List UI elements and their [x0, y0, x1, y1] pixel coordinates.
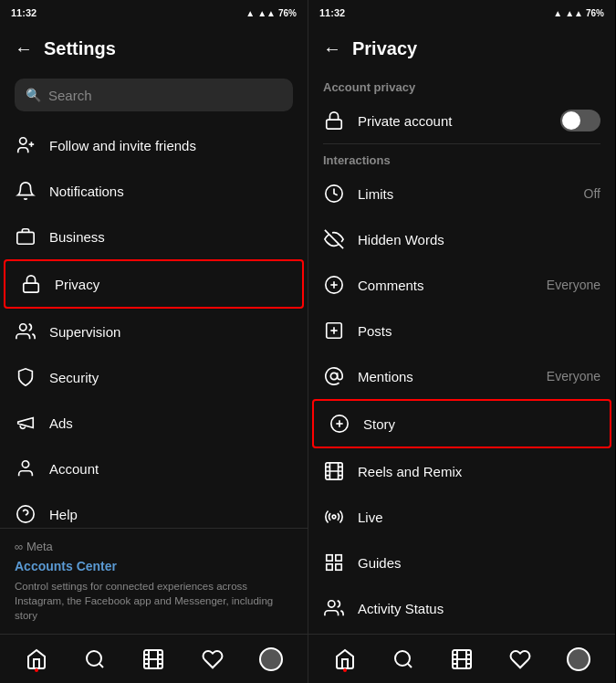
interactions-section-label: Interactions: [308, 144, 615, 171]
back-button-right[interactable]: ←: [323, 38, 341, 59]
svg-point-34: [329, 601, 335, 607]
privacy-header: ← Privacy: [308, 26, 615, 71]
menu-item-mentions[interactable]: Mentions Everyone: [308, 353, 615, 399]
mentions-label: Mentions: [358, 369, 534, 384]
menu-item-guides[interactable]: Guides: [308, 540, 615, 585]
guides-icon: [323, 552, 345, 573]
account-icon: [15, 457, 37, 479]
menu-item-account[interactable]: Account: [0, 446, 308, 491]
status-time-left: 11:32: [11, 7, 37, 18]
account-privacy-section-label: Account privacy: [308, 71, 615, 98]
menu-item-posts[interactable]: Posts: [308, 308, 615, 353]
nav-search-right[interactable]: [387, 643, 420, 676]
settings-header: ← Settings: [0, 26, 308, 71]
signal-icon: ▲▲: [257, 8, 276, 18]
account-label: Account: [49, 461, 293, 477]
nav-search-left[interactable]: [78, 643, 111, 676]
nav-heart-left[interactable]: [196, 643, 229, 676]
svg-rect-30: [327, 555, 332, 561]
mentions-value: Everyone: [547, 369, 600, 384]
svg-rect-33: [336, 564, 341, 570]
hidden-words-label: Hidden Words: [358, 232, 600, 247]
back-button-left[interactable]: ←: [15, 38, 33, 59]
svg-line-36: [408, 663, 412, 667]
lock-icon: [20, 273, 42, 295]
story-label: Story: [363, 416, 595, 432]
menu-item-limits[interactable]: Limits Off: [308, 171, 615, 216]
nav-profile-right[interactable]: [562, 643, 595, 676]
menu-item-security[interactable]: Security: [0, 354, 308, 400]
svg-point-29: [332, 515, 336, 519]
home-dot-right: [343, 668, 347, 672]
signal-icon-right: ▲▲: [565, 8, 583, 18]
svg-rect-32: [327, 564, 332, 570]
menu-item-private-account[interactable]: Private account: [308, 98, 615, 143]
comments-icon: [323, 274, 345, 296]
menu-item-follow[interactable]: Follow and invite friends: [0, 122, 308, 168]
wifi-icon-right: ▲: [553, 8, 562, 18]
menu-item-live[interactable]: Live: [308, 494, 615, 540]
search-input[interactable]: Search: [48, 88, 92, 103]
follow-label: Follow and invite friends: [49, 138, 293, 153]
right-panel: 11:32 ▲ ▲▲ 76% ← Privacy Account privacy…: [308, 0, 615, 683]
limits-value: Off: [584, 186, 600, 201]
activity-status-label: Activity Status: [358, 601, 600, 616]
settings-menu-list: Follow and invite friends Notifications …: [0, 122, 308, 528]
menu-item-hidden-words[interactable]: Hidden Words: [308, 216, 615, 262]
nav-profile-left[interactable]: [255, 643, 287, 676]
search-bar[interactable]: 🔍 Search: [15, 79, 293, 111]
menu-item-messages[interactable]: Messages: [308, 631, 615, 634]
menu-item-comments[interactable]: Comments Everyone: [308, 262, 615, 308]
story-icon: [329, 413, 350, 435]
svg-rect-4: [24, 283, 39, 292]
mentions-icon: [323, 365, 345, 387]
bottom-nav-right: [308, 634, 615, 683]
home-dot-left: [35, 668, 38, 672]
nav-home-right[interactable]: [329, 643, 361, 676]
nav-reels-right[interactable]: [445, 643, 478, 676]
comments-value: Everyone: [547, 278, 600, 292]
meta-logo: ∞ Meta: [15, 540, 293, 553]
status-icons-left: ▲ ▲▲ 76%: [245, 8, 297, 18]
activity-icon: [323, 597, 345, 619]
svg-point-12: [87, 651, 101, 666]
status-icons-right: ▲ ▲▲ 76%: [553, 8, 604, 18]
nav-heart-right[interactable]: [504, 643, 537, 676]
notifications-label: Notifications: [49, 184, 293, 199]
supervision-label: Supervision: [49, 324, 293, 340]
menu-item-reels-remix[interactable]: Reels and Remix: [308, 448, 615, 494]
battery-left: 76%: [278, 8, 297, 18]
menu-item-activity-status[interactable]: Activity Status: [308, 585, 615, 631]
menu-item-notifications[interactable]: Notifications: [0, 168, 308, 214]
private-account-toggle[interactable]: [560, 110, 600, 131]
live-label: Live: [358, 510, 600, 525]
private-lock-icon: [323, 110, 345, 131]
menu-item-privacy[interactable]: Privacy: [4, 259, 304, 309]
menu-item-business[interactable]: Business: [0, 214, 308, 259]
ads-icon: [15, 412, 37, 434]
wifi-icon: ▲: [245, 8, 255, 18]
battery-right: 76%: [586, 8, 604, 18]
privacy-label: Privacy: [55, 277, 287, 292]
posts-label: Posts: [358, 323, 600, 339]
nav-home-left[interactable]: [20, 643, 53, 676]
nav-reels-left[interactable]: [137, 643, 170, 676]
privacy-title: Privacy: [352, 38, 417, 59]
bottom-nav-left: [0, 634, 308, 683]
security-label: Security: [49, 370, 293, 385]
svg-point-24: [330, 373, 337, 379]
menu-item-ads[interactable]: Ads: [0, 400, 308, 446]
menu-item-help[interactable]: Help: [0, 491, 308, 528]
settings-title: Settings: [44, 38, 116, 59]
business-label: Business: [49, 229, 293, 245]
menu-item-supervision[interactable]: Supervision: [0, 309, 308, 354]
menu-item-story[interactable]: Story: [312, 399, 611, 448]
supervision-icon: [15, 320, 37, 342]
accounts-center-link[interactable]: Accounts Center: [15, 559, 293, 573]
status-bar-left: 11:32 ▲ ▲▲ 76%: [0, 0, 308, 26]
meta-section: ∞ Meta Accounts Center Control settings …: [0, 528, 308, 634]
search-icon: 🔍: [26, 88, 41, 102]
svg-point-35: [395, 651, 410, 666]
limits-label: Limits: [358, 186, 571, 202]
status-bar-right: 11:32 ▲ ▲▲ 76%: [308, 0, 615, 26]
